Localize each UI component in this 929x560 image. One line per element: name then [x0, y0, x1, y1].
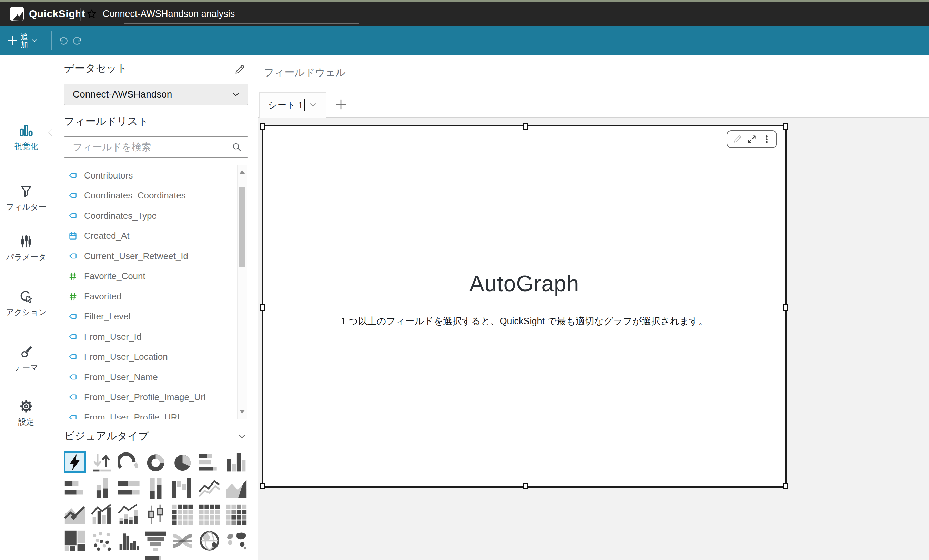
analysis-title[interactable]: Connect-AWSHandson analysis: [103, 2, 235, 26]
resize-handle-bottom-left[interactable]: [260, 483, 265, 490]
sidebar-item-actions-cursor[interactable]: アクション: [0, 289, 52, 318]
sidebar-item-theme-brush[interactable]: テーマ: [0, 344, 52, 373]
visual-type-filled-map[interactable]: [225, 530, 247, 551]
field-item[interactable]: From_User_Name: [52, 367, 237, 387]
sidebar-item-filter-funnel[interactable]: フィルター: [0, 184, 52, 212]
field-item[interactable]: Contributors: [52, 165, 237, 186]
selected-visual[interactable]: AutoGraph 1 つ以上のフィールドを選択すると、QuickSight で…: [262, 125, 786, 488]
resize-handle-bottom-right[interactable]: [783, 483, 788, 490]
field-item[interactable]: Favorite_Count: [52, 266, 237, 287]
field-item[interactable]: From_User_Location: [52, 347, 237, 367]
visual-type-histogram[interactable]: [118, 530, 140, 551]
visual-types-header[interactable]: ビジュアルタイプ: [64, 429, 247, 443]
visual-type-horizontal-stacked-bar-chart[interactable]: [64, 477, 86, 499]
field-item[interactable]: From_User_Profile_Image_Url: [52, 387, 237, 408]
add-button-label: 追 加: [21, 33, 28, 49]
visual-type-vertical-bar-chart[interactable]: [225, 451, 247, 473]
visual-type-tree-map[interactable]: [64, 530, 86, 551]
field-search-box: [64, 136, 248, 158]
expand-icon[interactable]: [747, 135, 757, 144]
undo-button[interactable]: [57, 35, 69, 46]
scroll-down-icon[interactable]: [239, 409, 245, 414]
kebab-menu-icon[interactable]: [762, 135, 771, 144]
visual-type-pivot-table[interactable]: [171, 504, 194, 525]
visual-type-vertical-100-stacked-bar-chart[interactable]: [144, 477, 167, 499]
redo-button[interactable]: [72, 35, 83, 46]
visual-type-horizontal-100-stacked-bar-chart[interactable]: [118, 477, 140, 499]
field-item[interactable]: Coordinates_Coordinates: [52, 186, 237, 206]
autograph-hint: 1 つ以上のフィールドを選択すると、QuickSight で最も適切なグラフが選…: [264, 315, 785, 327]
chevron-down-icon[interactable]: [308, 101, 317, 110]
filled-map-icon: [225, 530, 247, 552]
dimension-tag-icon: [68, 393, 78, 402]
filter-funnel-icon: [19, 184, 34, 199]
resize-handle-bottom-center[interactable]: [523, 483, 528, 490]
sheet-canvas[interactable]: AutoGraph 1 つ以上のフィールドを選択すると、QuickSight で…: [258, 118, 929, 560]
pencil-icon[interactable]: [733, 135, 742, 144]
plus-icon: [7, 35, 18, 46]
field-list: Contributors Coordinates_Coordinates Coo…: [52, 165, 237, 419]
visual-type-funnel-chart[interactable]: [144, 530, 167, 551]
visual-type-points-on-map[interactable]: [198, 530, 221, 551]
dataset-panel: データセット Connect-AWSHandson フィールドリスト Contr…: [52, 55, 258, 560]
visualize-bars-icon: [19, 123, 34, 138]
field-item[interactable]: Coordinates_Type: [52, 206, 237, 226]
add-sheet-button[interactable]: [335, 98, 347, 111]
star-icon[interactable]: [86, 9, 97, 20]
resize-handle-middle-left[interactable]: [260, 304, 265, 311]
field-item[interactable]: Current_User_Retweet_Id: [52, 246, 237, 266]
sidebar-item-settings-gear[interactable]: 設定: [0, 399, 52, 427]
visual-type-line-chart[interactable]: [198, 477, 221, 499]
scrollbar-thumb[interactable]: [239, 187, 245, 267]
visual-type-box-plot[interactable]: [144, 504, 167, 525]
field-item[interactable]: Filter_Level: [52, 307, 237, 327]
add-button[interactable]: 追 加: [7, 26, 38, 55]
field-name: From_User_Name: [84, 372, 158, 383]
visual-type-donut-chart[interactable]: [144, 451, 167, 473]
visual-type-kpi[interactable]: [90, 451, 113, 473]
horizontal-bar-chart-icon: [198, 451, 221, 473]
dataset-select[interactable]: Connect-AWSHandson: [64, 84, 248, 105]
edit-dataset-button[interactable]: [234, 64, 245, 75]
quicksight-logo[interactable]: [10, 6, 24, 21]
points-on-map-icon: [198, 530, 221, 552]
field-item[interactable]: From_User_Id: [52, 327, 237, 347]
visual-type-stacked-combo-chart[interactable]: [118, 504, 140, 525]
resize-handle-top-right[interactable]: [783, 123, 788, 130]
visual-type-scatter-plot[interactable]: [90, 530, 113, 551]
field-name: From_User_Location: [84, 352, 168, 362]
scroll-up-icon[interactable]: [239, 170, 245, 174]
resize-handle-top-left[interactable]: [260, 123, 265, 130]
visual-type-vertical-stacked-bar-chart[interactable]: [90, 477, 113, 499]
field-list-heading: フィールドリスト: [64, 115, 149, 129]
visual-type-autograph[interactable]: [64, 451, 86, 473]
visual-type-heat-map[interactable]: [225, 504, 247, 525]
sidebar-item-parameters-sliders[interactable]: パラメータ: [0, 234, 52, 263]
pivot-table-icon: [171, 503, 194, 526]
visual-type-stacked-area-chart[interactable]: [64, 504, 86, 525]
visual-type-area-line-chart[interactable]: [225, 477, 247, 499]
dimension-tag-icon: [68, 413, 78, 419]
visual-type-sankey-diagram[interactable]: [171, 530, 194, 551]
brand-name[interactable]: QuickSight: [29, 2, 85, 26]
field-item[interactable]: Favorited: [52, 286, 237, 307]
visual-type-clustered-combo-chart[interactable]: [90, 504, 113, 525]
resize-handle-top-center[interactable]: [523, 123, 528, 130]
resize-handle-middle-right[interactable]: [783, 304, 788, 311]
field-search-input[interactable]: [72, 141, 225, 153]
field-wells-bar[interactable]: フィールドウェル: [258, 55, 929, 90]
field-item[interactable]: Created_At: [52, 226, 237, 246]
search-icon[interactable]: [231, 142, 242, 152]
visual-type-table[interactable]: [198, 504, 221, 525]
visual-type-horizontal-bar-chart[interactable]: [198, 451, 221, 473]
field-item[interactable]: From_User_Profile_URL: [52, 407, 237, 419]
visual-type-tile-partial[interactable]: [146, 555, 161, 560]
visual-type-gauge[interactable]: [118, 451, 140, 473]
field-name: Filter_Level: [84, 311, 130, 322]
visual-type-waterfall-chart[interactable]: [171, 477, 194, 499]
visual-type-pie-chart[interactable]: [171, 451, 194, 473]
sheet-tab[interactable]: シート 1: [259, 92, 327, 118]
sidebar-item-visualize-bars[interactable]: 視覚化: [0, 123, 52, 151]
field-list-scrollbar[interactable]: [237, 165, 247, 419]
waterfall-chart-icon: [171, 477, 194, 500]
